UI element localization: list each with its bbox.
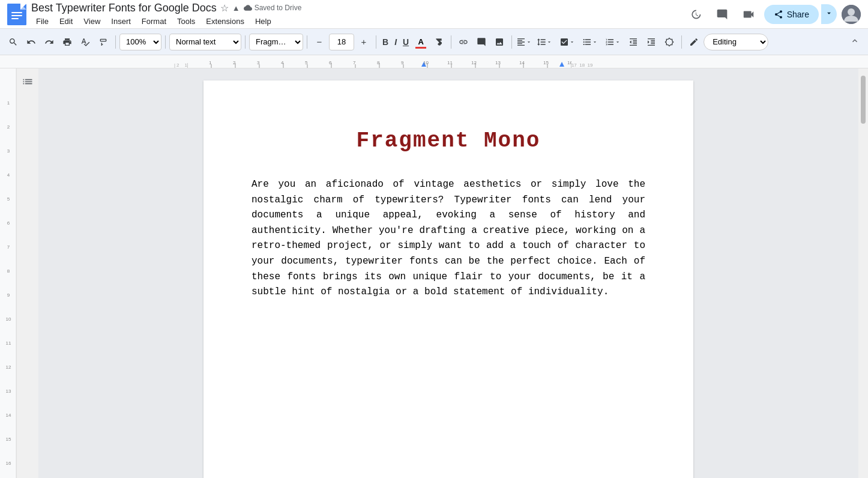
outline-icon[interactable]	[22, 76, 34, 91]
menu-bar: File Edit View Insert Format Tools Exten…	[31, 16, 680, 27]
svg-text:1: 1	[7, 100, 10, 106]
menu-view[interactable]: View	[79, 16, 105, 27]
menu-extensions[interactable]: Extensions	[201, 16, 249, 27]
star-icon[interactable]: ☆	[220, 2, 229, 14]
link-button[interactable]	[455, 34, 472, 50]
zoom-select[interactable]: 100%	[119, 34, 161, 50]
svg-text:16: 16	[567, 60, 571, 65]
svg-text:14: 14	[5, 413, 11, 418]
avatar	[842, 5, 861, 24]
svg-rect-3	[11, 15, 22, 16]
document-body[interactable]: Are you an aficionado of vintage aesthet…	[252, 177, 645, 300]
menu-tools[interactable]: Tools	[172, 16, 200, 27]
comment-button[interactable]	[473, 34, 490, 50]
toolbar: 100% Normal text Heading 1 Heading 2 Hea…	[0, 29, 868, 55]
svg-rect-2	[11, 12, 22, 13]
numbered-list-button[interactable]	[602, 34, 624, 50]
share-dropdown-button[interactable]	[821, 4, 837, 24]
svg-text:12: 12	[5, 365, 11, 370]
text-color-button[interactable]: A	[412, 34, 429, 50]
vertical-ruler: 1 2 3 4 5 6 7 8 9 10 11 12 13 14 15 16	[0, 68, 17, 478]
meet-button[interactable]	[738, 4, 759, 25]
menu-format[interactable]: Format	[137, 16, 171, 27]
svg-text:16: 16	[5, 461, 11, 466]
outdent-button[interactable]	[625, 34, 642, 50]
svg-text:5: 5	[7, 196, 10, 202]
toolbar-collapse-button[interactable]	[846, 34, 863, 50]
svg-text:6: 6	[7, 220, 10, 226]
search-button[interactable]	[5, 34, 22, 50]
document-heading[interactable]: Fragment Mono	[252, 129, 645, 153]
separator-1	[115, 35, 116, 49]
document-page[interactable]: Fragment Mono Are you an aficionado of v…	[203, 80, 693, 478]
font-size-input[interactable]	[329, 34, 354, 50]
share-button[interactable]: Share	[764, 5, 819, 24]
svg-rect-0	[7, 4, 26, 25]
line-spacing-button[interactable]	[534, 34, 555, 50]
menu-help[interactable]: Help	[250, 16, 276, 27]
ruler: | 2 1 1 2 3	[0, 55, 868, 68]
separator-4	[307, 35, 307, 49]
font-select[interactable]: Fragm…	[249, 34, 303, 50]
italic-button[interactable]: I	[392, 34, 399, 50]
indent-button[interactable]	[643, 34, 660, 50]
history-button[interactable]	[685, 4, 707, 25]
bold-button[interactable]: B	[380, 34, 391, 50]
title-area: Best Typewriter Fonts for Google Docs ☆ …	[31, 2, 680, 27]
header-right: Share	[685, 4, 861, 25]
menu-insert[interactable]: Insert	[106, 16, 136, 27]
google-docs-icon	[7, 4, 26, 25]
alignment-button[interactable]	[516, 34, 532, 50]
menu-file[interactable]: File	[31, 16, 53, 27]
svg-text:7: 7	[7, 244, 10, 250]
right-scrollbar[interactable]	[858, 68, 868, 478]
svg-text:10: 10	[5, 316, 11, 322]
svg-point-6	[848, 8, 855, 16]
undo-button[interactable]	[23, 34, 40, 50]
spellcheck-button[interactable]	[77, 34, 94, 50]
separator-8	[681, 35, 682, 49]
svg-text:4: 4	[7, 172, 10, 178]
font-size-decrease-button[interactable]: −	[311, 34, 328, 50]
underline-button[interactable]: U	[400, 34, 411, 50]
svg-text:13: 13	[5, 389, 11, 394]
svg-marker-8	[559, 62, 564, 67]
separator-7	[511, 35, 512, 49]
svg-text:3: 3	[7, 148, 10, 154]
drive-icon[interactable]: ▲	[232, 4, 240, 13]
clear-formatting-button[interactable]	[661, 34, 678, 50]
paint-format-button[interactable]	[95, 34, 112, 50]
svg-text:8: 8	[7, 268, 10, 274]
svg-text:15: 15	[543, 60, 549, 65]
print-button[interactable]	[59, 34, 76, 50]
cloud-save-status: Saved to Drive	[244, 4, 302, 12]
font-size-increase-button[interactable]: +	[355, 34, 372, 50]
svg-text:12: 12	[471, 60, 477, 65]
svg-text:7: 7	[353, 60, 356, 65]
edit-pencil-button[interactable]	[686, 34, 702, 50]
comments-button[interactable]	[711, 4, 733, 25]
svg-text:1: 1	[209, 60, 212, 65]
highlight-button[interactable]	[430, 34, 447, 50]
doc-title[interactable]: Best Typewriter Fonts for Google Docs	[31, 2, 217, 14]
checklist-button[interactable]	[556, 34, 578, 50]
svg-text:4: 4	[281, 60, 284, 65]
doc-area[interactable]: Fragment Mono Are you an aficionado of v…	[38, 68, 858, 478]
editing-mode-select[interactable]: Editing Suggesting Viewing	[704, 34, 768, 50]
svg-text:5: 5	[305, 60, 308, 65]
title-bar: Best Typewriter Fonts for Google Docs ☆ …	[0, 0, 868, 29]
svg-marker-1	[20, 4, 26, 10]
separator-6	[451, 35, 451, 49]
text-style-select[interactable]: Normal text Heading 1 Heading 2 Heading …	[169, 34, 241, 50]
menu-edit[interactable]: Edit	[55, 16, 77, 27]
main-area: 1 2 3 4 5 6 7 8 9 10 11 12 13 14 15 16	[0, 68, 868, 478]
bullet-list-button[interactable]	[579, 34, 601, 50]
svg-text:9: 9	[7, 292, 10, 298]
svg-text:2: 2	[7, 124, 10, 130]
svg-text:15: 15	[5, 437, 11, 442]
svg-text:3: 3	[257, 60, 260, 65]
redo-button[interactable]	[41, 34, 58, 50]
svg-text:2: 2	[233, 60, 236, 65]
svg-text:6: 6	[329, 60, 332, 65]
image-button[interactable]	[491, 34, 508, 50]
